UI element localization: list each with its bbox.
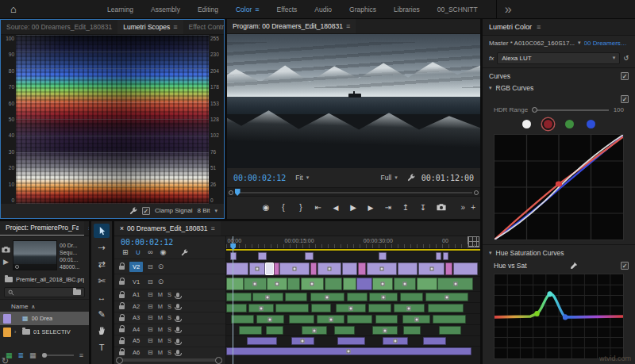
timeline-clip[interactable] xyxy=(379,252,387,260)
program-scrubber[interactable] xyxy=(227,187,480,197)
panel-menu-icon[interactable]: ≡ xyxy=(211,221,215,236)
sync-lock-icon[interactable]: ⊟ xyxy=(148,349,153,356)
project-overflow-icon[interactable]: » xyxy=(84,224,89,232)
timeline-timecode[interactable]: 00:00:02:12 xyxy=(114,236,225,247)
camera-icon[interactable] xyxy=(2,247,10,253)
sync-lock-icon[interactable]: ⊟ xyxy=(148,314,153,321)
workspace-tab-color[interactable]: Color≡ xyxy=(227,6,268,13)
solo-button[interactable]: S xyxy=(167,349,171,356)
workspace-tab-00_schnitt[interactable]: 00_SCHNITT xyxy=(429,6,487,13)
curves-section-row[interactable]: Curves ✓ xyxy=(483,70,635,82)
timeline-clip[interactable] xyxy=(311,304,332,312)
timeline-clip[interactable] xyxy=(347,315,372,324)
clamp-signal-checkbox[interactable]: ✓ xyxy=(142,207,150,215)
lock-icon[interactable] xyxy=(119,317,125,321)
timeline-clip[interactable] xyxy=(337,337,365,345)
timeline-clip[interactable] xyxy=(265,262,273,275)
timeline-clip[interactable] xyxy=(291,337,314,345)
timeline-clip[interactable] xyxy=(342,262,357,275)
timeline-clip[interactable] xyxy=(318,262,342,275)
type-tool[interactable]: T xyxy=(94,340,110,354)
timeline-clip[interactable] xyxy=(226,293,252,301)
project-toolbar-menu-icon[interactable]: ≡ xyxy=(79,351,83,359)
label-color-chip[interactable] xyxy=(3,314,11,324)
track-header-a2[interactable]: A2⊟MS xyxy=(114,301,225,312)
mute-button[interactable]: M xyxy=(158,291,163,298)
timeline-clip[interactable] xyxy=(367,262,397,275)
preview-play-icon[interactable]: ▶ xyxy=(3,258,9,266)
timeline-clip[interactable] xyxy=(301,278,324,290)
preview-thumbnail[interactable] xyxy=(13,240,57,270)
timeline-clip[interactable] xyxy=(249,262,265,275)
track-header-v2[interactable]: V2⊟⊙ xyxy=(114,259,225,274)
timeline-clip[interactable] xyxy=(244,278,266,290)
goto-out-button[interactable]: ⇥ xyxy=(384,203,393,212)
timeline-clip[interactable] xyxy=(289,315,314,324)
workspace-tab-learning[interactable]: Learning xyxy=(98,6,142,13)
lift-button[interactable]: ↥ xyxy=(402,203,410,212)
mute-button[interactable]: M xyxy=(158,303,163,310)
chevron-down-icon[interactable]: ▾ xyxy=(578,40,581,46)
export-frame-button[interactable] xyxy=(437,204,446,211)
clip-name-link[interactable]: 00 Dreamers_Edit_180831... xyxy=(584,40,629,47)
timeline-clip[interactable] xyxy=(417,278,437,290)
scopes-tab-source-00-dreamers-edit-180831[interactable]: Source: 00 Dreamers_Edit_180831 xyxy=(1,23,117,31)
add-marker-icon[interactable]: ◉ xyxy=(160,248,167,256)
timeline-clip[interactable] xyxy=(403,326,421,335)
home-icon[interactable]: ⌂ xyxy=(0,3,27,15)
timeline-clip[interactable] xyxy=(287,278,300,290)
bit-depth-value[interactable]: 8 Bit xyxy=(197,207,210,214)
timeline-ruler[interactable]: 00:0000:00:15:0000:00:30:0000 xyxy=(226,236,480,249)
ripple-edit-tool[interactable]: ⇄ xyxy=(94,257,110,271)
track-label[interactable]: A4 xyxy=(129,324,143,335)
mic-icon[interactable] xyxy=(176,316,179,320)
timeline-clip[interactable] xyxy=(375,315,398,324)
timeline-clip[interactable] xyxy=(368,304,391,312)
eyedropper-icon[interactable] xyxy=(570,262,578,270)
workspace-tab-graphics[interactable]: Graphics xyxy=(341,6,385,13)
timeline-clip[interactable] xyxy=(394,278,417,290)
timeline-clip[interactable] xyxy=(347,293,368,301)
snap-icon[interactable]: ∪ xyxy=(136,248,141,256)
mute-button[interactable]: M xyxy=(158,349,163,356)
timeline-clip[interactable] xyxy=(275,304,309,312)
preview-scrub-knob[interactable] xyxy=(15,265,19,269)
timeline-clip[interactable] xyxy=(274,262,279,275)
track-header-a6[interactable]: A6⊟MS xyxy=(114,347,225,358)
timeline-clip[interactable] xyxy=(433,315,466,324)
project-breadcrumb[interactable]: Premier_all_2018_IBC.prproj xyxy=(0,274,89,285)
nest-toggle-icon[interactable]: ⊞ xyxy=(122,248,129,256)
timeline-clip[interactable] xyxy=(400,293,423,301)
red-channel-dot[interactable] xyxy=(544,120,552,128)
selection-tool[interactable] xyxy=(94,224,110,238)
solo-button[interactable]: S xyxy=(167,303,171,310)
timeline-clip[interactable] xyxy=(305,252,314,260)
program-playhead[interactable] xyxy=(235,189,241,196)
lock-icon[interactable] xyxy=(119,328,125,332)
timeline-clip[interactable] xyxy=(369,293,397,301)
hdr-range-value[interactable]: 100 xyxy=(614,106,624,113)
track-header-v1[interactable]: V1⊟⊙ xyxy=(114,274,225,289)
timeline-clip[interactable] xyxy=(402,315,430,324)
timeline-clip[interactable] xyxy=(279,262,310,275)
timeline-clip[interactable] xyxy=(428,304,464,312)
hue-vs-sat-editor[interactable] xyxy=(494,274,624,359)
rgb-curves-checkbox[interactable]: ✓ xyxy=(621,95,629,103)
scope-settings-wrench-icon[interactable] xyxy=(129,207,137,215)
lut-dropdown[interactable]: Alexa LUT ▾ xyxy=(497,52,620,64)
track-header-scrollbar[interactable] xyxy=(119,358,219,362)
timeline-clip[interactable] xyxy=(443,252,448,260)
timeline-clip[interactable] xyxy=(398,262,418,275)
timeline-clip[interactable] xyxy=(258,252,267,260)
close-icon[interactable]: × xyxy=(120,221,124,236)
track-label[interactable]: A6 xyxy=(129,347,143,358)
timeline-clip[interactable] xyxy=(317,315,344,324)
add-marker-button[interactable]: ◉ xyxy=(262,203,271,212)
solo-button[interactable]: S xyxy=(167,291,171,298)
timeline-clip[interactable] xyxy=(252,293,283,301)
track-header-a4[interactable]: A4⊟MS xyxy=(114,324,225,335)
timeline-tab[interactable]: × 00 Dreamers_Edit_180831 ≡ xyxy=(114,221,221,236)
program-current-timecode[interactable]: 00:00:02:12 xyxy=(233,174,286,182)
timeline-clip[interactable] xyxy=(453,262,478,275)
mute-button[interactable]: M xyxy=(158,326,163,333)
